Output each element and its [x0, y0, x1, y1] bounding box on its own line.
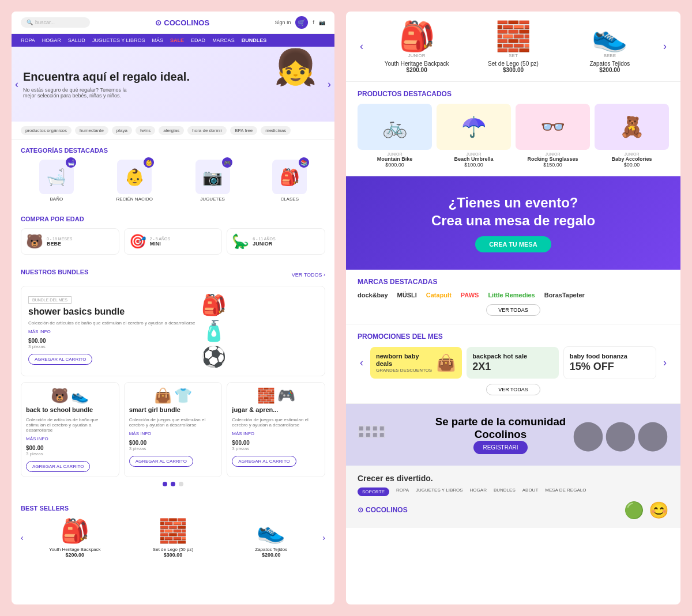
main-bundle-link[interactable]: MÁS INFO — [28, 329, 195, 334]
promo-backpack-value: 2X1 — [472, 361, 552, 373]
promos-ver-todas-btn[interactable]: VER TODAS — [486, 384, 540, 395]
top-product-1-name: Youth Heritage Backpack — [371, 61, 462, 67]
top-products-row: ‹ 🎒 JUNIOR Youth Heritage Backpack $200.… — [358, 20, 669, 73]
category-recien[interactable]: 👶👶 RECIÉN NACIDO — [116, 160, 153, 202]
marca-dockbay: dock&bay — [358, 292, 388, 298]
bs-next-arrow[interactable]: › — [322, 533, 325, 542]
nav-edad[interactable]: EDAD — [191, 37, 205, 43]
dot-1[interactable] — [163, 482, 167, 486]
filter-organicos[interactable]: productos orgánicos — [21, 126, 72, 135]
filter-bpa[interactable]: BPA free — [230, 126, 257, 135]
bs-product-2-price: $300.00 — [126, 552, 220, 558]
categories-title: CATEGORÍAS DESTACADAS — [21, 147, 325, 154]
nav-bundles[interactable]: BUNDLES — [242, 37, 267, 43]
marca-little: Little Remedies — [488, 292, 535, 298]
smart-bundle-add-btn[interactable]: AGREGAR AL CARRITO — [129, 456, 193, 467]
producto-2[interactable]: ☂️ JUNIOR Beach Umbrella $100.00 — [437, 104, 511, 168]
filter-alergias[interactable]: alergias — [159, 126, 184, 135]
bebe-range: 0 - 18 MESES — [47, 237, 72, 241]
community-left: 🔳🔳🔳🔳🔳🔳🔳🔳 — [358, 425, 429, 444]
hero-next-arrow[interactable]: › — [328, 78, 331, 90]
jugar-bundle-add-btn[interactable]: AGREGAR AL CARRITO — [232, 456, 296, 467]
facebook-icon[interactable]: f — [313, 20, 314, 25]
filter-dormir[interactable]: hora de dormir — [187, 126, 227, 135]
nav-mas[interactable]: MÁS — [152, 37, 164, 43]
footer-link-ropa[interactable]: ROPA — [396, 487, 409, 496]
age-junior[interactable]: 🦕 6 - 11 AÑOS JUNIOR — [227, 228, 325, 255]
marca-paws: PAWS — [461, 292, 479, 298]
crea-mesa-button[interactable]: CREA TU MESA — [475, 236, 551, 252]
nav-salud[interactable]: SALUD — [68, 37, 85, 43]
filter-humectante[interactable]: humectante — [75, 126, 108, 135]
marcas-ver-todas-btn[interactable]: VER TODAS — [486, 304, 540, 316]
ver-todos-link[interactable]: VER TODOS › — [292, 272, 325, 278]
producto-3-img: 👓 — [516, 104, 590, 150]
producto-2-name: Beach Umbrella — [437, 156, 511, 162]
producto-3[interactable]: 👓 JUNIOR Rocking Sunglasses $150.00 — [516, 104, 590, 168]
jugar-bundle-link[interactable]: MÁS INFO — [232, 431, 320, 436]
top-product-2-price: $300.00 — [468, 67, 558, 73]
nav-hogar[interactable]: HOGAR — [42, 37, 61, 43]
footer-link-juguetes[interactable]: JUGUETES Y LIBROS — [416, 487, 463, 496]
dot-2[interactable] — [171, 482, 175, 486]
category-clases[interactable]: 🎒📚 CLASES — [272, 160, 307, 202]
category-bano-badge: 🛁 — [66, 157, 76, 168]
main-bundle-pieces: 3 piezas — [28, 344, 195, 349]
promo-babyfood-value: 15% OFF — [570, 361, 650, 373]
age-section: COMPRA POR EDAD 🐻 0 - 18 MESES BEBE 🎯 2 … — [12, 209, 334, 262]
age-bebe[interactable]: 🐻 0 - 18 MESES BEBE — [21, 228, 119, 255]
top-next-arrow[interactable]: › — [661, 40, 669, 52]
nav-sale[interactable]: SALE — [170, 37, 184, 43]
category-juguetes[interactable]: 📷🎮 JUGUETES — [195, 160, 230, 202]
school-img-1: 🐻 — [51, 387, 69, 404]
junior-emoji: 🦕 — [232, 233, 249, 250]
footer-link-hogar[interactable]: HOGAR — [470, 487, 487, 496]
promo-newborn-subtitle: GRANDES DESCUENTOS — [376, 368, 432, 373]
instagram-icon[interactable]: 📷 — [319, 20, 325, 25]
promos-prev-arrow[interactable]: ‹ — [358, 357, 366, 369]
nav-juguetes[interactable]: JUGUETES Y LIBROS — [92, 37, 145, 43]
hero-prev-arrow[interactable]: ‹ — [15, 78, 18, 90]
producto-1-name: Mountain Bike — [358, 156, 432, 162]
dot-3[interactable] — [179, 482, 183, 486]
school-bundle-add-btn[interactable]: AGREGAR AL CARRITO — [26, 461, 90, 472]
filter-medicinas[interactable]: medicinas — [261, 126, 291, 135]
bundle-card-school: 🐻 👟 back to school bundle Colección de a… — [21, 382, 119, 477]
promo-newborn-text: newborn baby deals GRANDES DESCUENTOS — [376, 353, 432, 373]
footer-tagline: Crecer es divertido. — [358, 474, 669, 483]
bundle-image-1: 🎒 — [201, 293, 227, 317]
filter-playa[interactable]: playa — [112, 126, 132, 135]
categories-grid: 🛁🛁 BAÑO 👶👶 RECIÉN NACIDO 📷🎮 JUGUETES 🎒📚 — [21, 160, 325, 202]
category-clases-icon: 🎒📚 — [272, 160, 307, 194]
jugar-img-1: 🧱 — [257, 387, 275, 404]
school-bundle-link[interactable]: MÁS INFO — [26, 436, 114, 441]
site-logo[interactable]: ⊙ COCOLINOS — [155, 18, 209, 27]
main-bundle-add-btn[interactable]: AGREGAR AL CARRITO — [28, 354, 92, 365]
producto-1[interactable]: 🚲 JUNIOR Mountain Bike $000.00 — [358, 104, 432, 168]
footer-link-about[interactable]: ABOUT — [522, 487, 539, 496]
filter-twins[interactable]: twins — [136, 126, 155, 135]
smart-bundle-link[interactable]: MÁS INFO — [129, 431, 217, 436]
bs-product-1: 🎒 Youth Heritage Backpack $200.00 — [28, 517, 122, 558]
category-bano[interactable]: 🛁🛁 BAÑO — [39, 160, 74, 202]
registrar-button[interactable]: REGISTRARI — [473, 441, 527, 454]
footer-link-bundles[interactable]: BUNDLES — [494, 487, 516, 496]
age-mini[interactable]: 🎯 2 - 5 AÑOS MINI — [124, 228, 223, 255]
nav-ropa[interactable]: ROPA — [21, 37, 35, 43]
top-prev-arrow[interactable]: ‹ — [358, 40, 366, 52]
top-product-3-name: Zapatos Tejidos — [565, 61, 655, 67]
footer-link-soporte[interactable]: SOPORTE — [358, 487, 389, 496]
producto-4-cat: JUNIOR — [595, 152, 669, 156]
footer-link-mesa[interactable]: MESA DE REGALO — [545, 487, 586, 496]
left-panel: 🔍 buscar... ⊙ COCOLINOS Sign In 🛒 f 📷 RO… — [12, 12, 334, 604]
bundle-card-jugar: 🧱 🎮 jugar & apren... Colección de juegos… — [227, 382, 325, 477]
promos-next-arrow[interactable]: › — [661, 357, 669, 369]
producto-4[interactable]: 🧸 JUNIOR Baby Accolories $00.00 — [595, 104, 669, 168]
nav-marcas[interactable]: MARCAS — [212, 37, 235, 43]
cart-button[interactable]: 🛒 — [295, 16, 308, 29]
bundles-header: NUESTROS BUNDLES VER TODOS › — [21, 269, 325, 281]
sign-in-link[interactable]: Sign In — [274, 20, 291, 25]
search-bar[interactable]: 🔍 buscar... — [21, 17, 90, 28]
site-header: 🔍 buscar... ⊙ COCOLINOS Sign In 🛒 f 📷 — [12, 12, 334, 34]
bs-prev-arrow[interactable]: ‹ — [21, 533, 24, 542]
